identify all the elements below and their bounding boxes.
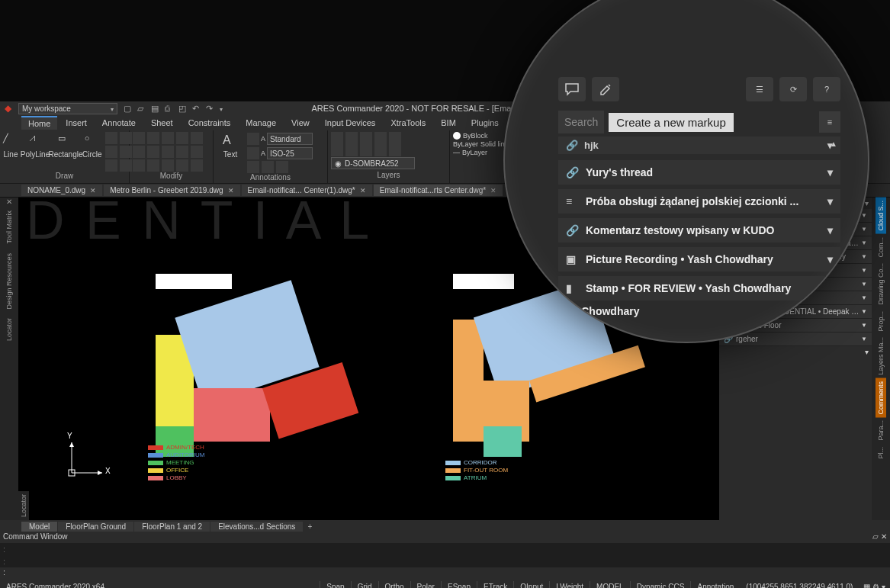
copy-icon[interactable] bbox=[147, 132, 159, 144]
status-toggle-ortho[interactable]: Ortho bbox=[378, 581, 410, 589]
doc-tab[interactable]: Metro Berlin - Greebert 2019.dwg✕ bbox=[104, 185, 239, 196]
tab-constraints[interactable]: Constraints bbox=[182, 117, 238, 129]
trim-icon[interactable] bbox=[176, 132, 188, 144]
move-icon[interactable] bbox=[133, 132, 145, 144]
offset-icon[interactable] bbox=[133, 159, 145, 172]
redo-icon[interactable]: ↷ bbox=[206, 104, 215, 113]
filter-icon[interactable]: ≡ bbox=[819, 111, 840, 133]
tab-view[interactable]: View bbox=[284, 117, 316, 129]
qat-more-icon[interactable] bbox=[220, 104, 229, 113]
fillet-icon[interactable] bbox=[162, 146, 174, 158]
palette-locator[interactable]: Locator bbox=[4, 313, 14, 345]
comment-row[interactable]: 🔗rgeher▼ bbox=[719, 333, 872, 346]
mirror-icon[interactable] bbox=[191, 132, 203, 144]
circle-button[interactable]: ○Circle bbox=[82, 132, 102, 159]
stretch-icon[interactable] bbox=[147, 146, 159, 158]
dim-style-b-dropdown[interactable]: ISO-25 bbox=[267, 147, 313, 159]
tab-manage[interactable]: Manage bbox=[239, 117, 283, 129]
layer-unlock-icon[interactable] bbox=[360, 144, 372, 156]
field-icon[interactable] bbox=[262, 161, 274, 173]
refresh-icon[interactable]: ⟳ bbox=[779, 77, 807, 101]
tab-floorplan-ground[interactable]: FloorPlan Ground bbox=[58, 522, 133, 532]
add-layout-button[interactable]: + bbox=[304, 522, 316, 531]
comment-icon[interactable] bbox=[558, 77, 586, 101]
array-icon[interactable] bbox=[191, 146, 203, 158]
palette-pl[interactable]: Pl... bbox=[876, 444, 886, 462]
rectangle-button[interactable]: ▭Rectangle bbox=[52, 132, 79, 159]
markup-item[interactable]: 🔗Komentarz testowy wpisany w KUDO▾ bbox=[558, 218, 840, 243]
layer-on-icon[interactable] bbox=[331, 144, 343, 156]
markup-item-partial[interactable]: 🔗hjk▾ bbox=[558, 137, 840, 154]
point-icon[interactable] bbox=[105, 159, 117, 172]
status-toggle-lweight[interactable]: LWeight bbox=[549, 581, 590, 589]
status-toggle-polar[interactable]: Polar bbox=[410, 581, 441, 589]
palette-para[interactable]: Para... bbox=[876, 417, 886, 444]
doc-tab[interactable]: NONAME_0.dwg✕ bbox=[21, 185, 102, 196]
cloud-icon[interactable] bbox=[276, 161, 288, 173]
leader-icon[interactable] bbox=[247, 147, 259, 159]
palette-cloud[interactable]: Cloud S... bbox=[876, 198, 886, 234]
line-button[interactable]: ╱Line bbox=[3, 132, 18, 159]
status-toggle-etrack[interactable]: ETrack bbox=[477, 581, 513, 589]
tab-insert[interactable]: Insert bbox=[59, 117, 94, 129]
layer-prop-icon[interactable] bbox=[331, 132, 343, 144]
panel-more-icon[interactable]: ▾ bbox=[865, 348, 869, 356]
palette-com[interactable]: Com... bbox=[876, 234, 886, 261]
ellipse-icon[interactable] bbox=[105, 146, 117, 158]
status-toggle-dynamic ccs[interactable]: Dynamic CCS bbox=[630, 581, 691, 589]
save-icon[interactable]: ▤ bbox=[151, 104, 160, 113]
layercolor-dropdown[interactable]: ByLayer bbox=[453, 140, 478, 148]
status-toggle-grid[interactable]: Grid bbox=[351, 581, 378, 589]
layer-dropdown[interactable]: ◉ D-SOMBRA252 bbox=[331, 157, 415, 169]
tab-floorplan-12[interactable]: FloorPlan 1 and 2 bbox=[134, 522, 210, 532]
open-icon[interactable]: ▱ bbox=[137, 104, 146, 113]
dim-icon[interactable] bbox=[247, 133, 259, 145]
tab-plugins[interactable]: Plugins bbox=[464, 117, 506, 129]
help-icon[interactable]: ? bbox=[813, 77, 840, 101]
extend-icon[interactable] bbox=[176, 159, 188, 172]
close-icon[interactable]: ✕ bbox=[228, 187, 234, 194]
color-dropdown[interactable]: ByBlock bbox=[463, 132, 488, 140]
palette-layers[interactable]: Layers Ma... bbox=[876, 334, 886, 378]
palette-comments[interactable]: Comments bbox=[876, 378, 886, 418]
dim-style-a-dropdown[interactable]: Standard bbox=[267, 133, 313, 145]
tab-xtratools[interactable]: XtraTools bbox=[384, 117, 432, 129]
palette-prop[interactable]: Prop... bbox=[876, 308, 886, 335]
new-icon[interactable]: ▢ bbox=[124, 104, 133, 113]
palette-close-icon[interactable]: ✕ bbox=[6, 198, 12, 206]
layer-freeze-icon[interactable] bbox=[360, 132, 372, 144]
text-button[interactable]: AText bbox=[217, 132, 244, 159]
explode-icon[interactable] bbox=[147, 159, 159, 172]
close-icon[interactable]: ✕ bbox=[360, 187, 366, 194]
table-icon[interactable] bbox=[247, 161, 259, 173]
panel-dropdown-icon[interactable]: ▾ bbox=[865, 199, 869, 207]
break-icon[interactable] bbox=[191, 159, 203, 172]
cmd-restore-icon[interactable]: ▱ bbox=[872, 532, 879, 541]
tab-home[interactable]: Home bbox=[21, 116, 57, 130]
workspace-dropdown[interactable]: My workspace bbox=[18, 103, 117, 114]
markup-item[interactable]: ▮Stamp • FOR REVIEW • Yash Chowdhary▾ bbox=[558, 276, 840, 300]
search-input[interactable]: Search bbox=[558, 111, 604, 133]
print-icon[interactable]: ⎙ bbox=[165, 104, 174, 113]
preview-icon[interactable]: ◰ bbox=[178, 104, 188, 113]
rotate-icon[interactable] bbox=[162, 132, 174, 144]
palette-locator-bottom[interactable]: Locator bbox=[18, 491, 29, 520]
status-toggle-qinput[interactable]: QInput bbox=[513, 581, 549, 589]
palette-drawing[interactable]: Drawing Co... bbox=[876, 260, 886, 308]
markup-item[interactable]: ≡Próba obsługi żądanej polskiej czcionki… bbox=[558, 189, 840, 214]
close-icon[interactable]: ✕ bbox=[90, 187, 96, 194]
doc-tab-active[interactable]: Email-notificat...rts Center.dwg*✕ bbox=[374, 185, 503, 196]
scroll-up-icon[interactable]: ▲ bbox=[830, 140, 837, 148]
undo-icon[interactable]: ↶ bbox=[192, 104, 201, 113]
tab-model[interactable]: Model bbox=[21, 522, 57, 532]
tab-bim[interactable]: BIM bbox=[434, 117, 463, 129]
layer-lock-icon[interactable] bbox=[389, 132, 401, 144]
close-icon[interactable]: ✕ bbox=[490, 187, 496, 194]
tab-sheet[interactable]: Sheet bbox=[144, 117, 180, 129]
status-toggle-esnap[interactable]: ESnap bbox=[441, 581, 477, 589]
arc-icon[interactable] bbox=[105, 132, 117, 144]
cmd-close-icon[interactable]: ✕ bbox=[881, 532, 887, 541]
scale-icon[interactable] bbox=[133, 146, 145, 158]
chamfer-icon[interactable] bbox=[176, 146, 188, 158]
new-markup-icon[interactable] bbox=[592, 77, 619, 101]
